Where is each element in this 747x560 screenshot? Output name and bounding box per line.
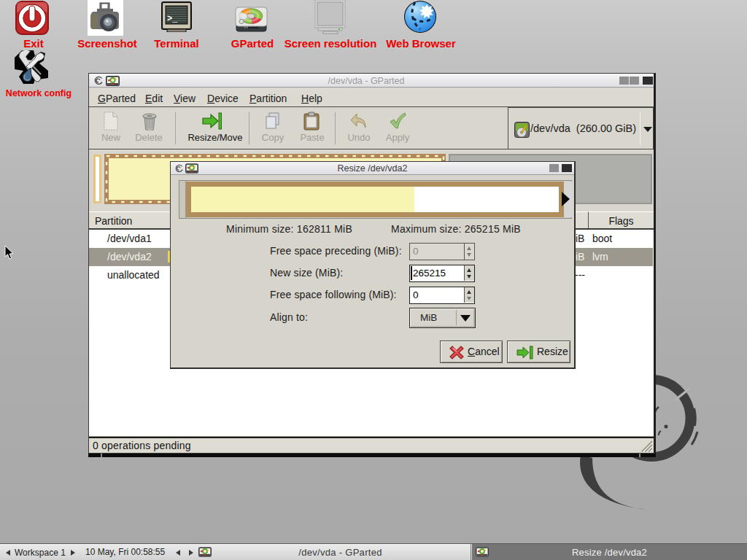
svg-text:>_: >_ — [167, 14, 178, 24]
